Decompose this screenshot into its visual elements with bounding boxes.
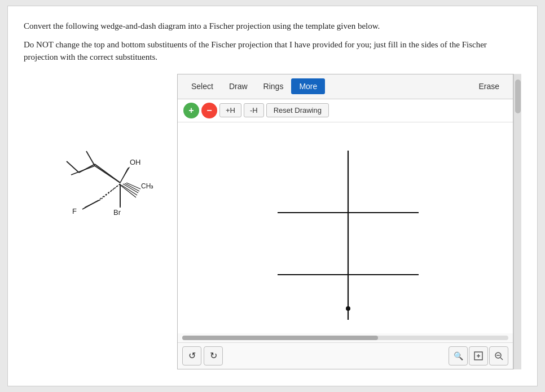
rings-button[interactable]: Rings: [256, 78, 292, 94]
molecule-diagram: OH CH₃ F Br: [38, 116, 162, 229]
molecule-area: OH CH₃ F Br: [24, 74, 177, 254]
more-button[interactable]: More: [291, 78, 325, 94]
fischer-projection-svg: [178, 122, 513, 331]
zoom-fit-icon: [473, 351, 484, 361]
redo-icon: ↻: [210, 350, 217, 361]
zoom-in-button[interactable]: 🔍: [449, 346, 468, 365]
zoom-out-icon: [494, 351, 504, 361]
scroll-bar-container[interactable]: [178, 333, 513, 342]
undo-icon: ↺: [188, 350, 196, 361]
oh-label: OH: [130, 158, 141, 166]
bottom-right-buttons: 🔍: [449, 346, 508, 365]
br-label: Br: [113, 208, 121, 217]
select-button[interactable]: Select: [183, 78, 221, 94]
remove-h-button[interactable]: -H: [244, 103, 264, 117]
scrollbar-thumb: [515, 80, 521, 113]
bottom-left-buttons: ↺ ↻: [182, 346, 223, 365]
instruction-line2: Do NOT change the top and bottom substit…: [24, 38, 521, 64]
scroll-bar-thumb: [182, 336, 378, 340]
svg-line-16: [100, 184, 120, 200]
erase-button[interactable]: Erase: [471, 78, 507, 94]
minus-charge-button[interactable]: −: [201, 103, 217, 118]
reset-drawing-button[interactable]: Reset Drawing: [266, 103, 329, 117]
f-label: F: [72, 207, 77, 215]
content-area: OH CH₃ F Br: [24, 74, 521, 369]
svg-line-8: [123, 184, 138, 193]
scroll-bar-track: [182, 336, 508, 340]
bottom-bar: ↺ ↻ 🔍: [178, 342, 513, 369]
main-toolbar: Select Draw Rings More Erase: [178, 74, 513, 99]
instructions: Convert the following wedge-and-dash dia…: [24, 20, 521, 64]
zoom-fit-button[interactable]: [469, 346, 488, 365]
sub-toolbar: + − +H -H Reset Drawing: [178, 99, 513, 122]
drawing-tool: Select Draw Rings More Erase + − +H: [177, 74, 513, 369]
redo-button[interactable]: ↻: [204, 346, 223, 365]
ch3-label: CH₃: [141, 182, 153, 190]
svg-line-27: [500, 358, 503, 360]
add-h-button[interactable]: +H: [219, 103, 241, 117]
svg-line-6: [120, 168, 129, 183]
undo-button[interactable]: ↺: [182, 346, 201, 365]
zoom-out-button[interactable]: [489, 346, 508, 365]
draw-button[interactable]: Draw: [221, 78, 256, 94]
svg-line-15: [86, 151, 95, 166]
zoom-in-icon: 🔍: [454, 351, 463, 360]
plus-charge-button[interactable]: +: [183, 103, 199, 118]
svg-line-13: [95, 166, 120, 183]
svg-line-2: [67, 161, 79, 173]
svg-line-14: [71, 166, 95, 175]
svg-line-18: [85, 200, 100, 208]
page-container: Convert the following wedge-and-dash dia…: [7, 6, 538, 386]
canvas-area[interactable]: [178, 122, 513, 333]
vertical-scrollbar[interactable]: [513, 74, 521, 369]
svg-point-22: [346, 306, 350, 311]
instruction-line1: Convert the following wedge-and-dash dia…: [24, 20, 521, 33]
drawing-tool-wrapper: Select Draw Rings More Erase + − +H: [177, 74, 521, 369]
